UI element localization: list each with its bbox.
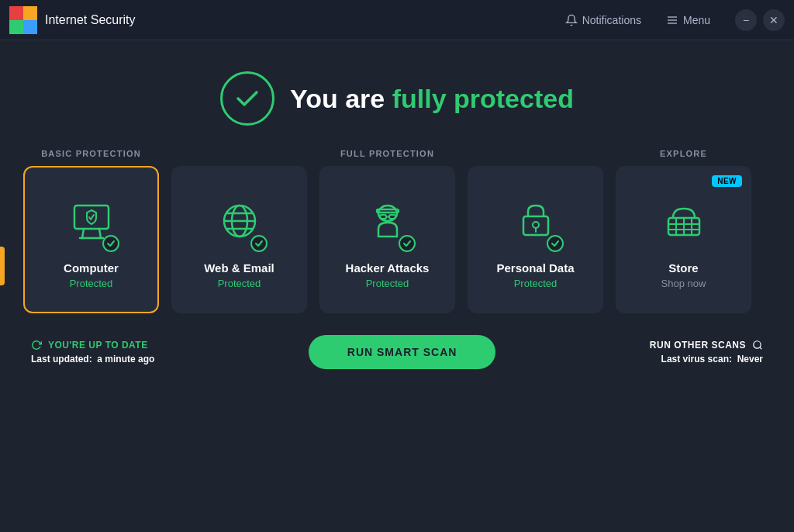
protected-icon — [220, 71, 274, 126]
run-smart-scan-button[interactable]: RUN SMART SCAN — [309, 335, 496, 369]
svg-line-9 — [99, 229, 101, 238]
store-card-name: Store — [668, 261, 698, 275]
title-bar-right: Notifications Menu − ✕ — [559, 9, 785, 31]
store-icon-area — [659, 190, 709, 252]
full-protection-group: FULL PROTECTION — [171, 149, 603, 313]
personal-data-card-name: Personal Data — [496, 261, 574, 275]
svg-rect-3 — [23, 20, 37, 34]
hero-section: You are fully protected — [23, 40, 771, 149]
close-button[interactable]: ✕ — [763, 9, 785, 31]
full-cards-row: Web & Email Protected — [171, 166, 603, 313]
window-controls: − ✕ — [735, 9, 785, 31]
svg-rect-18 — [380, 215, 386, 219]
hero-text: You are fully protected — [290, 84, 574, 114]
svg-rect-17 — [377, 209, 399, 212]
main-content: You are fully protected BASIC PROTECTION — [0, 40, 794, 369]
update-info: YOU'RE UP TO DATE Last updated: a minute… — [31, 340, 154, 364]
basic-protection-label: BASIC PROTECTION — [41, 149, 141, 158]
badge-checkmark-icon — [106, 239, 116, 248]
title-bar: Internet Security Notifications Menu − ✕ — [0, 0, 794, 40]
new-badge: NEW — [712, 175, 742, 187]
web-email-card-status: Protected — [218, 278, 261, 289]
scan-title: RUN OTHER SCANS — [650, 340, 763, 351]
web-email-check-badge — [250, 235, 268, 252]
scan-info: RUN OTHER SCANS Last virus scan: Never — [650, 340, 763, 364]
svg-point-30 — [754, 341, 761, 348]
hacker-attacks-card-status: Protected — [366, 278, 409, 289]
store-svg-icon — [659, 196, 709, 246]
notifications-label: Notifications — [582, 14, 641, 26]
edge-tab — [0, 247, 5, 285]
notifications-button[interactable]: Notifications — [559, 11, 647, 29]
store-card[interactable]: NEW — [616, 166, 751, 313]
full-protection-label: FULL PROTECTION — [340, 149, 434, 158]
bell-icon — [565, 14, 578, 26]
badge-checkmark-icon — [254, 239, 264, 248]
svg-rect-2 — [9, 20, 23, 34]
computer-card-name: Computer — [64, 261, 119, 275]
avg-logo — [9, 6, 37, 34]
hacker-attacks-check-badge — [399, 235, 416, 252]
hero-prefix: You are — [290, 84, 392, 113]
menu-label: Menu — [683, 14, 710, 26]
explore-cards-row: NEW — [616, 166, 751, 313]
bottom-bar: YOU'RE UP TO DATE Last updated: a minute… — [23, 313, 771, 369]
scan-sub-value: Never — [737, 354, 763, 364]
menu-icon — [666, 14, 678, 26]
personal-data-check-badge — [547, 235, 564, 252]
menu-button[interactable]: Menu — [660, 11, 716, 29]
svg-line-31 — [760, 347, 762, 350]
badge-checkmark-icon — [402, 239, 412, 248]
scan-sub-label: Last virus scan: — [661, 354, 732, 364]
cards-section: BASIC PROTECTION — [23, 149, 771, 313]
computer-card[interactable]: Computer Protected — [23, 166, 159, 313]
computer-icon-area — [67, 190, 116, 252]
hacker-attacks-card-name: Hacker Attacks — [346, 261, 430, 275]
computer-check-badge — [102, 235, 119, 252]
svg-line-8 — [82, 229, 84, 238]
personal-data-card[interactable]: Personal Data Protected — [468, 166, 603, 313]
update-sub-label: Last updated: — [31, 354, 92, 364]
update-sub: Last updated: a minute ago — [31, 354, 154, 364]
hacker-attacks-icon-area — [363, 190, 413, 252]
hacker-attacks-card[interactable]: Hacker Attacks Protected — [319, 166, 455, 313]
scan-title-text: RUN OTHER SCANS — [650, 340, 746, 351]
checkmark-icon — [233, 85, 261, 112]
explore-label: EXPLORE — [660, 149, 707, 158]
minimize-button[interactable]: − — [735, 9, 757, 31]
svg-rect-1 — [23, 6, 37, 20]
update-title: YOU'RE UP TO DATE — [31, 340, 154, 351]
svg-rect-19 — [389, 215, 395, 219]
web-email-card[interactable]: Web & Email Protected — [171, 166, 307, 313]
scan-sub: Last virus scan: Never — [661, 354, 763, 364]
store-card-status: Shop now — [661, 278, 706, 289]
computer-card-status: Protected — [70, 278, 113, 289]
hero-highlight: fully protected — [392, 84, 574, 113]
badge-checkmark-icon — [551, 239, 560, 248]
web-email-icon-area — [215, 190, 264, 252]
svg-point-22 — [533, 222, 539, 228]
personal-data-card-status: Protected — [514, 278, 558, 289]
refresh-icon — [31, 340, 42, 351]
title-bar-left: Internet Security — [9, 6, 136, 34]
update-sub-value: a minute ago — [97, 354, 154, 364]
personal-data-icon-area — [511, 190, 561, 252]
web-email-card-name: Web & Email — [204, 261, 274, 275]
app-title: Internet Security — [45, 13, 136, 27]
basic-protection-group: BASIC PROTECTION — [23, 149, 159, 313]
update-title-text: YOU'RE UP TO DATE — [48, 340, 148, 351]
basic-cards-row: Computer Protected — [23, 166, 159, 313]
svg-rect-0 — [9, 6, 23, 20]
search-icon — [752, 340, 763, 351]
explore-group: EXPLORE NEW — [616, 149, 751, 313]
